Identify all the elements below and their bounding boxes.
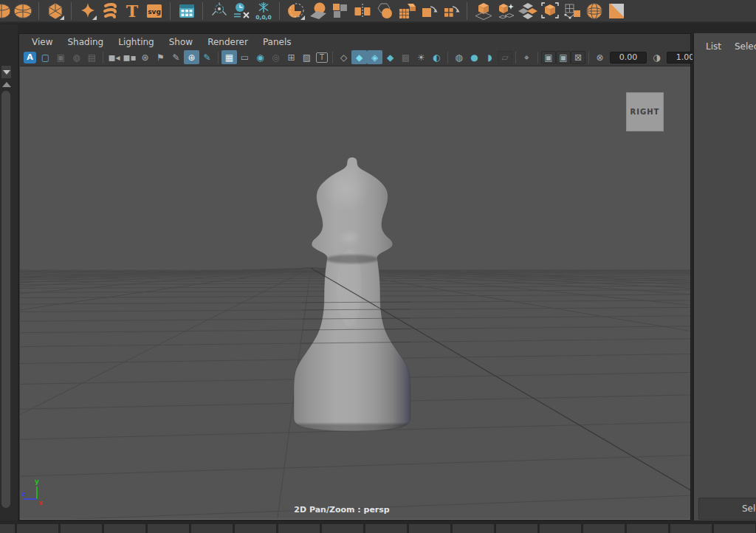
nurbs-sphere-icon[interactable] [13,1,32,21]
gate-mask-2-button[interactable]: ◎ [268,50,284,64]
extract-icon[interactable] [330,1,350,21]
gamma-icon[interactable]: ◑ [649,50,664,64]
resolution-gate-2-button[interactable]: ◉ [252,50,268,64]
isolate-select-button[interactable]: ⌖ [519,50,535,64]
shadows-mode-button[interactable]: ◐ [429,50,444,64]
film-gate-button[interactable]: ▢ [38,50,53,64]
xray-button[interactable]: ▣ [541,51,556,64]
pencil-tool-button[interactable]: ✎ [199,50,215,64]
freeze-transform-icon[interactable]: 0,0,0 [253,1,273,21]
timeline-cell[interactable] [409,524,450,533]
panel-menu-panels[interactable]: Panels [255,35,299,49]
shelf-dropdown-button[interactable] [1,65,12,79]
mirror-icon[interactable] [352,1,372,21]
timeline-cell[interactable] [540,524,581,533]
panel-menu-view[interactable]: View [24,35,60,49]
aim-locator-icon[interactable] [209,1,229,21]
panel-menu-lighting[interactable]: Lighting [111,35,162,49]
timeline-cell[interactable] [365,524,407,533]
timeline-cell[interactable] [583,524,625,533]
film-gate-mask-button[interactable]: ▭ [237,50,252,64]
exposure-icon[interactable]: ⊗ [592,50,608,64]
delete-history-icon[interactable] [231,1,251,21]
timeline-cell[interactable] [322,524,363,533]
cube-on-plane-icon[interactable] [473,1,493,21]
default-material-button[interactable]: ◆ [382,50,398,64]
sparkle-star-icon[interactable] [78,1,97,21]
checker-material-button[interactable]: ▩ [398,50,413,64]
ae-menu-selected[interactable]: Selected [729,40,756,53]
occlusion-button[interactable]: ◍ [451,50,467,64]
timeline-cell[interactable] [670,524,712,533]
viewport-scene [20,66,690,520]
panel-menu-show[interactable]: Show [162,35,200,49]
timeline-cell[interactable] [278,524,320,533]
xray-active-button[interactable]: ⊠ [571,51,585,64]
cube-brackets-icon[interactable] [540,1,560,21]
exposure-field[interactable]: 0.00 [610,52,647,63]
timeline-cell[interactable] [17,524,58,533]
lock-camera-button[interactable]: ◼▪ [122,50,137,64]
timeline-cell[interactable] [148,524,189,533]
bookmarks-button[interactable]: ⚑ [153,50,168,64]
timeline-cell[interactable] [61,524,102,533]
shaded-mode-button[interactable]: ◆ [351,50,367,64]
table-grid-icon[interactable] [176,1,196,21]
depth-of-field-button[interactable]: ▱ [498,51,512,64]
gate-mask-button[interactable]: ◍ [69,50,84,64]
partial-icon[interactable] [0,1,10,21]
viewport-renderer-a-button[interactable]: A [24,52,36,63]
hud-display-button[interactable]: T [316,52,328,63]
grid-connect-icon[interactable] [562,1,582,21]
type-text-icon[interactable]: T [122,1,142,21]
wire-sphere-icon[interactable] [584,1,604,21]
select-camera-button[interactable]: ◼◂ [106,50,122,64]
resolution-gate-button[interactable]: ▣ [53,50,69,64]
rotate-face-icon[interactable] [419,1,439,21]
timeline-cell[interactable] [627,524,668,533]
textured-mode-button[interactable]: ◈ [367,50,382,64]
cube-sparkle-icon[interactable] [495,1,515,21]
pan-zoom-2d-button[interactable]: ⊕ [184,50,199,64]
grease-pencil-button[interactable]: ✎ [168,50,184,64]
wireframe-mode-button[interactable]: ◇ [336,50,351,64]
timeline-cell[interactable] [104,524,145,533]
quick-select-icon[interactable] [286,1,306,21]
field-chart-2-button[interactable]: ⊞ [284,50,299,64]
timeline-cell[interactable] [453,524,494,533]
axis-y-label: y [35,478,39,485]
ae-menu-list[interactable]: List [701,40,726,53]
viewport-canvas[interactable]: RIGHT y z x 2D Pan/Zoom : persp [20,66,690,520]
select-button[interactable]: Select [698,498,756,520]
lattice-diamonds-icon[interactable] [518,1,537,21]
fill-hole-icon[interactable] [396,1,416,21]
rotate-faces-icon[interactable] [441,1,461,21]
helix-icon[interactable] [100,1,120,21]
scrollbar-thumb[interactable] [1,91,10,508]
shelf-bar: T svg 0,0,0 [0,0,756,23]
boolean-icon[interactable] [374,1,394,21]
grid-toggle-button[interactable]: ▦ [221,50,237,64]
timeline-cell[interactable] [191,524,233,533]
pawn-mesh[interactable] [286,157,419,434]
timeline-cell[interactable] [714,524,755,533]
timeline-cell[interactable] [0,524,15,533]
anti-aliasing-button[interactable]: ◗ [482,50,498,64]
image-plane-button[interactable]: ▨ [299,50,315,64]
time-slider[interactable] [0,523,756,533]
panel-menu-renderer[interactable]: Renderer [200,35,255,49]
camera-attributes-button[interactable]: ⊛ [137,50,153,64]
half-square-icon[interactable] [606,1,626,21]
combine-icon[interactable] [308,1,328,21]
field-chart-button[interactable]: ▤ [84,50,100,64]
platonic-solid-icon[interactable] [45,1,65,21]
timeline-cell[interactable] [496,524,537,533]
right-image-plane[interactable]: RIGHT [626,92,664,131]
xray-joints-button[interactable]: ▣ [556,51,571,64]
motion-blur-button[interactable]: ● [467,50,482,64]
panel-menu-shading[interactable]: Shading [60,35,111,49]
lights-mode-button[interactable]: ☀ [413,50,429,64]
timeline-cell[interactable] [235,524,276,533]
svg-tool-icon[interactable]: svg [144,1,164,21]
scroll-up-arrow-icon[interactable] [2,82,11,87]
